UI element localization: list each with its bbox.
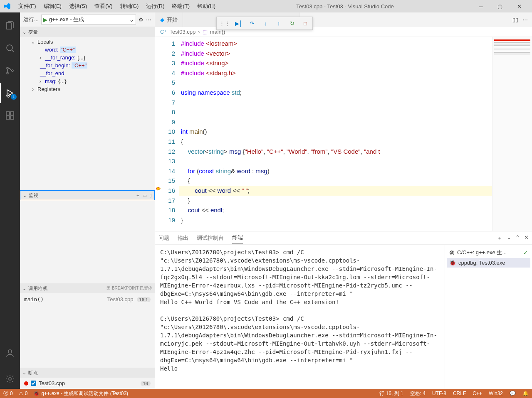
gear-icon[interactable]: ⚙ [139,17,144,23]
var-word[interactable]: word: "C++" [22,46,155,54]
debug-floating-toolbar[interactable]: ⋮⋮ ▶│ ↷ ↓ ↑ ↻ □ [216,17,313,30]
watch-title: 监视 [29,192,38,199]
new-terminal-icon[interactable]: ＋ [497,234,502,242]
menu-item[interactable]: 编辑(E) [40,1,65,12]
menu-item[interactable]: 运行(R) [143,1,168,12]
chevron-down-icon: ⌄ [129,17,134,23]
terminal-dropdown-icon[interactable]: ⌄ [507,234,511,242]
minimap[interactable] [492,37,532,231]
close-panel-icon[interactable]: ✕ [524,234,529,242]
search-icon[interactable] [0,38,20,58]
vscode-icon: ◆ [160,17,164,23]
menu-item[interactable]: 文件(F) [15,1,40,12]
split-editor-icon[interactable]: ▯▯ [512,17,518,23]
panel-tab-problems[interactable]: 问题 [158,233,169,243]
menu-item[interactable]: 终端(T) [168,1,193,12]
locals-node[interactable]: ⌄Locals [22,38,155,46]
status-indentation[interactable]: 空格: 4 [410,390,426,397]
explorer-icon[interactable] [0,16,20,36]
maximize-panel-icon[interactable]: ⌃ [515,234,520,242]
continue-button[interactable]: ▶│ [234,20,243,27]
breakpoints-section-header[interactable]: ⌄ 断点 [20,368,155,378]
watch-section-header[interactable]: ⌄ 监视 ＋ ▭ ▯ [20,190,155,200]
extensions-icon[interactable] [0,106,20,125]
code-editor[interactable]: 12345678910111213141516171819 #include <… [155,37,532,231]
step-into-button[interactable]: ↓ [261,20,270,27]
panel-tab-debug-console[interactable]: 调试控制台 [197,233,224,243]
breakpoints-title: 断点 [28,370,38,376]
close-button[interactable]: ✕ [510,0,529,12]
restart-button[interactable]: ↻ [287,20,297,27]
add-watch-icon[interactable]: ＋ [136,192,140,199]
menu-item[interactable]: 帮助(H) [194,1,219,12]
symbol-icon: ⬚ [203,29,208,35]
step-out-button[interactable]: ↑ [274,20,283,27]
var-msg[interactable]: ›msg: {...} [22,77,155,85]
grip-icon[interactable]: ⋮⋮ [219,20,230,27]
status-platform[interactable]: Win32 [489,390,503,397]
tab-welcome[interactable]: ◆ 开始 [155,12,183,27]
debug-toolbar: 运行... ▶ g++.exe - 生成 ⌄ ⚙ ⋯ [20,12,155,27]
menu-item[interactable]: 查看(V) [91,1,116,12]
maximize-button[interactable]: ▢ [490,0,510,12]
terminal-output[interactable]: C:\Users\Z0126780\projects\Test03> cmd /… [155,245,445,389]
variables-section-header[interactable]: ⌄ 变量 [20,27,155,37]
status-cursor-position[interactable]: 行 16, 列 1 [379,390,403,397]
panel-tab-terminal[interactable]: 终端 [232,232,243,243]
callstack-frame[interactable]: main() Test03.cpp 16:1 [20,295,155,304]
launch-config-select[interactable]: ▶ g++.exe - 生成 ⌄ [41,15,136,25]
status-feedback-icon[interactable]: 💬 [510,390,516,397]
stop-button[interactable]: □ [301,20,310,27]
status-warnings[interactable]: ⚠ 0 [19,391,28,396]
panel-tab-output[interactable]: 输出 [178,233,188,243]
registers-node[interactable]: ›Registers [22,85,155,93]
breakpoint-checkbox[interactable] [31,381,36,386]
var-for-range[interactable]: ›__for_range: {...} [22,54,155,61]
breakpoint-row[interactable]: Test03.cpp 16 [20,379,155,388]
more-icon[interactable]: ⋯ [522,17,528,23]
status-launch-config[interactable]: 🐞 g++.exe - 生成和调试活动文件 (Test03) [33,390,128,397]
terminal-item-debug[interactable]: 🐞 cppdbg: Test03.exe [447,258,530,268]
launch-config-label: g++.exe - 生成 [49,16,84,23]
menu-item[interactable]: 转到(G) [117,1,142,12]
status-language[interactable]: C++ [473,390,482,397]
svg-rect-6 [10,112,14,115]
run-debug-icon[interactable]: 1 [0,83,20,103]
status-errors[interactable]: ⓧ 0 [3,390,13,397]
tools-icon: 🛠 [449,250,455,256]
editor-area: ◆ 开始 ch.json ▯▯ ⋯ ⋮⋮ ▶│ ↷ ↓ ↑ ↻ □ C⁺ Tes… [155,12,532,389]
accounts-icon[interactable] [0,343,20,363]
source-control-icon[interactable] [0,61,20,81]
line-gutter: 12345678910111213141516171819 [155,37,179,231]
breadcrumb[interactable]: C⁺ Test03.cpp › ⬚ main() [155,27,532,37]
breadcrumb-file: Test03.cpp [169,29,195,35]
svg-rect-5 [6,112,10,115]
frame-position: 16:1 [137,297,151,302]
minimize-button[interactable]: ─ [471,0,490,12]
chevron-down-icon: ⌄ [22,286,27,291]
terminal-item-label: C/C++: g++.exe 生... [457,249,507,256]
settings-gear-icon[interactable] [0,369,20,389]
status-eol[interactable]: CRLF [453,390,466,397]
callstack-status: 因 BREAKPOINT 已暂停 [106,285,152,291]
bug-icon: 🐞 [449,260,456,266]
more-icon[interactable]: ⋯ [146,17,151,23]
collapse-icon[interactable]: ▭ [143,193,147,198]
step-over-button[interactable]: ↷ [247,20,257,27]
vscode-logo-icon [3,2,11,10]
tab-label: 开始 [167,16,178,24]
chevron-down-icon: ⌄ [23,193,27,198]
debug-badge: 1 [11,94,17,100]
status-notifications-icon[interactable]: 🔔 [522,390,529,397]
watch-body [20,200,155,283]
terminal-item-task[interactable]: 🛠 C/C++: g++.exe 生... ✓ [447,247,530,258]
status-encoding[interactable]: UTF-8 [432,390,446,397]
menu-item[interactable]: 选择(S) [66,1,90,12]
code-content[interactable]: #include <iostream>#include <vector>#inc… [179,37,492,231]
var-for-end[interactable]: __for_end [22,69,155,77]
callstack-section-header[interactable]: ⌄ 调用堆栈 因 BREAKPOINT 已暂停 [20,283,155,293]
activity-bar: 1 [0,12,20,389]
var-for-begin[interactable]: __for_begin: "C++" [22,61,155,69]
clear-icon[interactable]: ▯ [149,193,152,198]
editor-actions: ▯▯ ⋯ [508,12,532,27]
